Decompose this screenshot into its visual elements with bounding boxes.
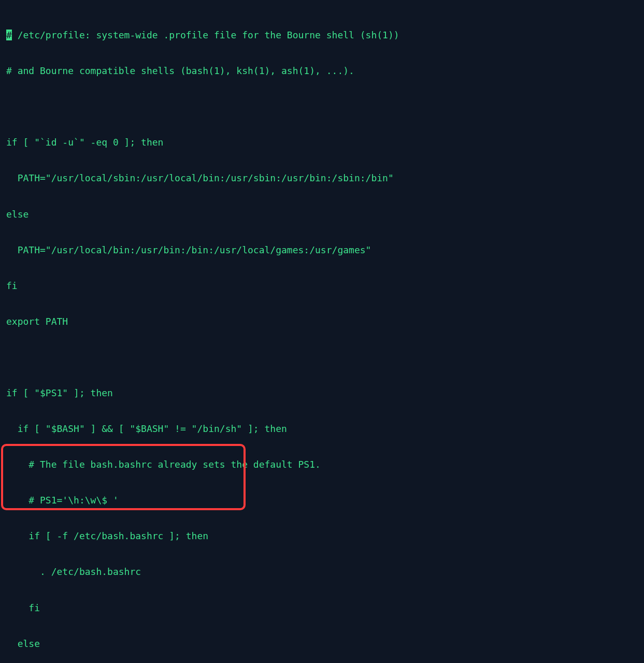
line-0-rest: /etc/profile: system-wide .profile file … — [12, 30, 399, 40]
code-line-9 — [6, 351, 638, 363]
code-line-3: if [ "`id -u`" -eq 0 ]; then — [6, 136, 638, 148]
code-line-4: PATH="/usr/local/sbin:/usr/local/bin:/us… — [6, 172, 638, 184]
code-line-5: else — [6, 208, 638, 220]
code-line-0: # /etc/profile: system-wide .profile fil… — [6, 29, 638, 41]
code-line-17: else — [6, 638, 638, 650]
code-line-7: fi — [6, 280, 638, 292]
code-line-15: . /etc/bash.bashrc — [6, 566, 638, 578]
code-line-11: if [ "$BASH" ] && [ "$BASH" != "/bin/sh"… — [6, 423, 638, 435]
vim-editor[interactable]: # /etc/profile: system-wide .profile fil… — [0, 0, 644, 663]
code-line-2 — [6, 100, 638, 112]
code-line-13: # PS1='\h:\w\$ ' — [6, 494, 638, 506]
cursor: # — [6, 30, 12, 40]
code-line-12: # The file bash.bashrc already sets the … — [6, 458, 638, 470]
code-line-8: export PATH — [6, 315, 638, 327]
code-line-10: if [ "$PS1" ]; then — [6, 387, 638, 399]
code-line-6: PATH="/usr/local/bin:/usr/bin:/bin:/usr/… — [6, 244, 638, 256]
code-line-1: # and Bourne compatible shells (bash(1),… — [6, 65, 638, 77]
code-line-16: fi — [6, 602, 638, 614]
code-line-14: if [ -f /etc/bash.bashrc ]; then — [6, 530, 638, 542]
